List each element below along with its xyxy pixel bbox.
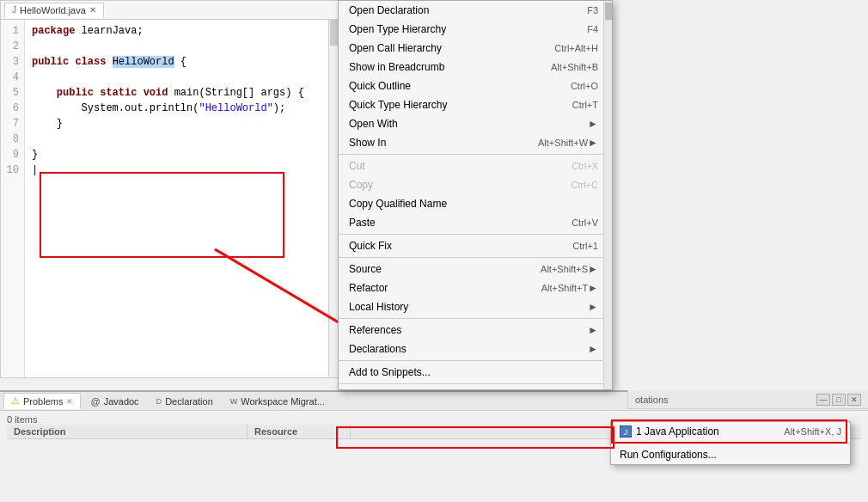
annotations-tab-label: otations — □ ✕ bbox=[627, 390, 868, 409]
ann-maximize[interactable]: □ bbox=[832, 394, 846, 406]
menu-item-cut[interactable]: Cut Ctrl+X bbox=[339, 156, 612, 175]
menu-item-open-type-hierarchy[interactable]: Open Type Hierarchy F4 bbox=[339, 20, 612, 39]
menu-separator-22 bbox=[339, 360, 612, 361]
tab-declaration[interactable]: D Declaration bbox=[149, 394, 221, 409]
javadoc-label: Javadoc bbox=[104, 396, 139, 407]
menu-item-source[interactable]: Source Alt+Shift+S ► bbox=[339, 260, 612, 279]
submenu-arrow-17: ► bbox=[588, 282, 598, 294]
menu-shortcut-2: Ctrl+Alt+H bbox=[554, 43, 598, 53]
menu-item-open-with[interactable]: Open With ► bbox=[339, 114, 612, 133]
menu-item-quick-fix[interactable]: Quick Fix Ctrl+1 bbox=[339, 236, 612, 255]
menu-separator-19 bbox=[339, 318, 612, 319]
submenu-arrow-20: ► bbox=[588, 324, 598, 336]
submenu-run-configurations[interactable]: Run Configurations... bbox=[611, 445, 850, 464]
submenu-arrow-18: ► bbox=[588, 301, 598, 313]
menu-label-5: Quick Type Hierarchy bbox=[349, 99, 555, 111]
menu-item-refactor[interactable]: Refactor Alt+Shift+T ► bbox=[339, 279, 612, 297]
menu-label-1: Open Type Hierarchy bbox=[349, 23, 570, 35]
menu-item-declarations[interactable]: Declarations ► bbox=[339, 340, 612, 358]
menu-label-10: Copy bbox=[349, 179, 554, 191]
submenu-arrow-16: ► bbox=[588, 263, 598, 275]
submenu-arrow-21: ► bbox=[588, 343, 598, 355]
menu-shortcut-4: Ctrl+O bbox=[571, 81, 598, 91]
menu-item-local-history[interactable]: Local History ► bbox=[339, 297, 612, 316]
menu-item-copy-qualified-name[interactable]: Copy Qualified Name bbox=[339, 194, 612, 213]
menu-item-paste[interactable]: Paste Ctrl+V bbox=[339, 213, 612, 232]
submenu-arrow-7: ► bbox=[588, 137, 598, 149]
menu-label-12: Paste bbox=[349, 217, 554, 229]
tab-javadoc[interactable]: @ Javadoc bbox=[83, 394, 146, 409]
menu-label-7: Show In bbox=[349, 137, 521, 149]
code-line-4 bbox=[32, 70, 332, 85]
java-app-label: 1 Java Application bbox=[636, 425, 719, 438]
menu-separator-8 bbox=[339, 154, 612, 155]
tab-filename: HelloWorld.java bbox=[20, 5, 86, 15]
line-numbers: 1 2 3 4 5 6 7 8 9 10 bbox=[1, 20, 25, 377]
menu-shortcut-16: Alt+Shift+S bbox=[541, 264, 588, 274]
menu-item-copy[interactable]: Copy Ctrl+C bbox=[339, 175, 612, 194]
java-icon: J bbox=[620, 425, 636, 438]
menu-label-14: Quick Fix bbox=[349, 240, 555, 252]
menu-label-17: Refactor bbox=[349, 282, 524, 294]
menu-item-show-in-breadcrumb[interactable]: Show in Breadcrumb Alt+Shift+B bbox=[339, 58, 612, 77]
menu-shortcut-12: Ctrl+V bbox=[572, 217, 598, 228]
menu-label-20: References bbox=[349, 324, 571, 336]
menu-label-3: Show in Breadcrumb bbox=[349, 61, 534, 73]
menu-label-11: Copy Qualified Name bbox=[349, 198, 581, 210]
editor-tab-bar: J HelloWorld.java ✕ bbox=[1, 1, 339, 20]
code-line-7: } bbox=[32, 116, 332, 132]
menu-item-references[interactable]: References ► bbox=[339, 321, 612, 340]
menu-label-16: Source bbox=[349, 263, 523, 275]
java-app-shortcut: Alt+Shift+X, J bbox=[784, 426, 841, 437]
menu-shortcut-14: Ctrl+1 bbox=[572, 241, 598, 251]
tab-workspace[interactable]: W Workspace Migrat... bbox=[223, 394, 333, 409]
code-line-8 bbox=[32, 132, 332, 147]
submenu-java-application[interactable]: J 1 Java Application Alt+Shift+X, J bbox=[611, 422, 850, 441]
run-as-submenu: J 1 Java Application Alt+Shift+X, J Run … bbox=[610, 421, 851, 465]
menu-shortcut-9: Ctrl+X bbox=[572, 161, 598, 171]
context-menu: Open Declaration F3 Open Type Hierarchy … bbox=[338, 0, 613, 390]
menu-item-show-in[interactable]: Show In Alt+Shift+W ► bbox=[339, 133, 612, 152]
file-icon: J bbox=[12, 5, 16, 15]
menu-item-open-call-hierarchy[interactable]: Open Call Hierarchy Ctrl+Alt+H bbox=[339, 39, 612, 58]
menu-label-25: Open in DevSearch bbox=[358, 389, 581, 390]
menu-label-2: Open Call Hierarchy bbox=[349, 42, 537, 54]
close-problems-icon[interactable]: ✕ bbox=[66, 397, 73, 406]
col-description: Description bbox=[7, 425, 248, 438]
code-line-5: public static void main(String[] args) { bbox=[32, 85, 332, 101]
workspace-icon: W bbox=[230, 397, 238, 406]
editor-panel: J HelloWorld.java ✕ 1 2 3 4 5 6 7 8 9 10… bbox=[0, 0, 339, 378]
code-line-10: | bbox=[32, 162, 332, 178]
menu-label-21: Declarations bbox=[349, 343, 571, 355]
tab-problems[interactable]: ⚠ Problems ✕ bbox=[3, 393, 81, 409]
menu-item-open-in-devsearch[interactable]: ●Open in DevSearch bbox=[339, 386, 612, 390]
javadoc-icon: @ bbox=[90, 396, 100, 407]
editor-tab[interactable]: J HelloWorld.java ✕ bbox=[4, 3, 104, 18]
col-resource: Resource bbox=[248, 425, 351, 438]
problems-icon: ⚠ bbox=[11, 395, 20, 407]
ann-close[interactable]: ✕ bbox=[847, 394, 861, 406]
menu-label-0: Open Declaration bbox=[349, 4, 570, 16]
menu-shortcut-17: Alt+Shift+T bbox=[541, 283, 588, 293]
code-editor[interactable]: package learnJava; public class HelloWor… bbox=[25, 20, 339, 377]
ann-minimize[interactable]: — bbox=[816, 394, 830, 406]
menu-label-6: Open With bbox=[349, 118, 571, 130]
problems-label: Problems bbox=[23, 396, 63, 407]
menu-item-add-to-snippets[interactable]: Add to Snippets... bbox=[339, 363, 612, 382]
menu-shortcut-1: F4 bbox=[587, 24, 598, 34]
submenu-arrow-6: ► bbox=[588, 118, 598, 130]
menu-item-open-declaration[interactable]: Open Declaration F3 bbox=[339, 1, 612, 20]
submenu-separator bbox=[611, 443, 850, 444]
code-line-1: package learnJava; bbox=[32, 23, 332, 39]
close-tab-icon[interactable]: ✕ bbox=[89, 5, 96, 15]
code-line-2 bbox=[32, 39, 332, 54]
declaration-icon: D bbox=[156, 397, 162, 406]
menu-item-quick-outline[interactable]: Quick Outline Ctrl+O bbox=[339, 77, 612, 95]
menu-shortcut-5: Ctrl+T bbox=[572, 100, 598, 110]
declaration-label: Declaration bbox=[165, 396, 213, 407]
menu-label-18: Local History bbox=[349, 301, 571, 313]
menu-item-quick-type-hierarchy[interactable]: Quick Type Hierarchy Ctrl+T bbox=[339, 95, 612, 114]
run-config-label: Run Configurations... bbox=[620, 449, 717, 461]
menu-label-23: Add to Snippets... bbox=[349, 366, 581, 378]
menu-shortcut-0: F3 bbox=[587, 5, 598, 15]
